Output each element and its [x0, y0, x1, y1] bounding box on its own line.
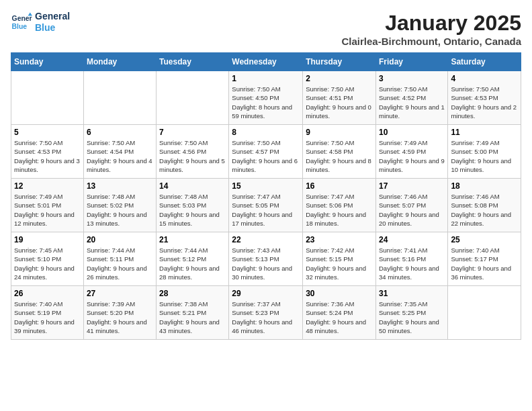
day-number: 18 [451, 181, 518, 191]
table-row: 9 Sunrise: 7:50 AM Sunset: 4:58 PM Dayli… [303, 125, 376, 179]
day-number: 16 [306, 181, 373, 191]
header-thursday: Thursday [303, 53, 376, 71]
day-number: 21 [159, 235, 226, 244]
svg-text:Blue: Blue [12, 22, 28, 30]
calendar-week-row: 5 Sunrise: 7:50 AM Sunset: 4:53 PM Dayli… [11, 125, 521, 179]
table-row: 14 Sunrise: 7:48 AM Sunset: 5:03 PM Dayl… [157, 179, 229, 232]
title-section: January 2025 Clairlea-Birchmount, Ontari… [341, 11, 521, 47]
table-row [448, 286, 521, 340]
logo-text-blue: Blue [35, 22, 70, 34]
day-number: 26 [14, 289, 81, 298]
day-detail: Sunrise: 7:47 AM Sunset: 5:05 PM Dayligh… [232, 192, 300, 228]
day-detail: Sunrise: 7:50 AM Sunset: 4:54 PM Dayligh… [87, 138, 153, 174]
calendar-title: January 2025 [341, 11, 521, 36]
day-number: 3 [379, 74, 445, 83]
day-number: 7 [159, 128, 226, 137]
table-row [83, 71, 156, 125]
day-number: 1 [232, 74, 300, 83]
table-row: 6 Sunrise: 7:50 AM Sunset: 4:54 PM Dayli… [83, 125, 156, 179]
header-saturday: Saturday [448, 53, 521, 71]
table-row: 24 Sunrise: 7:41 AM Sunset: 5:16 PM Dayl… [375, 232, 447, 286]
day-number: 8 [232, 128, 300, 137]
day-detail: Sunrise: 7:38 AM Sunset: 5:21 PM Dayligh… [159, 300, 226, 335]
table-row: 26 Sunrise: 7:40 AM Sunset: 5:19 PM Dayl… [11, 286, 84, 340]
day-detail: Sunrise: 7:43 AM Sunset: 5:13 PM Dayligh… [232, 246, 300, 281]
day-number: 2 [306, 74, 373, 83]
calendar-table: Sunday Monday Tuesday Wednesday Thursday… [11, 52, 521, 340]
logo-icon: General Blue [11, 11, 32, 33]
day-detail: Sunrise: 7:35 AM Sunset: 5:25 PM Dayligh… [379, 300, 445, 335]
day-detail: Sunrise: 7:42 AM Sunset: 5:15 PM Dayligh… [306, 246, 373, 281]
table-row: 30 Sunrise: 7:36 AM Sunset: 5:24 PM Dayl… [303, 286, 376, 340]
table-row: 11 Sunrise: 7:49 AM Sunset: 5:00 PM Dayl… [448, 125, 521, 179]
table-row: 27 Sunrise: 7:39 AM Sunset: 5:20 PM Dayl… [83, 286, 156, 340]
table-row: 29 Sunrise: 7:37 AM Sunset: 5:23 PM Dayl… [229, 286, 303, 340]
table-row: 1 Sunrise: 7:50 AM Sunset: 4:50 PM Dayli… [229, 71, 303, 125]
day-detail: Sunrise: 7:39 AM Sunset: 5:20 PM Dayligh… [87, 300, 153, 335]
table-row: 21 Sunrise: 7:44 AM Sunset: 5:12 PM Dayl… [157, 232, 229, 286]
table-row: 25 Sunrise: 7:40 AM Sunset: 5:17 PM Dayl… [448, 232, 521, 286]
day-detail: Sunrise: 7:50 AM Sunset: 4:50 PM Dayligh… [232, 85, 300, 120]
day-number: 9 [306, 128, 373, 137]
table-row: 31 Sunrise: 7:35 AM Sunset: 5:25 PM Dayl… [375, 286, 447, 340]
table-row: 16 Sunrise: 7:47 AM Sunset: 5:06 PM Dayl… [303, 179, 376, 232]
day-number: 4 [451, 74, 518, 83]
day-detail: Sunrise: 7:48 AM Sunset: 5:02 PM Dayligh… [87, 192, 153, 228]
day-detail: Sunrise: 7:44 AM Sunset: 5:12 PM Dayligh… [159, 246, 226, 281]
day-number: 25 [451, 235, 518, 244]
day-detail: Sunrise: 7:46 AM Sunset: 5:08 PM Dayligh… [451, 192, 518, 228]
table-row: 12 Sunrise: 7:49 AM Sunset: 5:01 PM Dayl… [11, 179, 84, 232]
day-detail: Sunrise: 7:50 AM Sunset: 4:57 PM Dayligh… [232, 138, 300, 174]
table-row: 20 Sunrise: 7:44 AM Sunset: 5:11 PM Dayl… [83, 232, 156, 286]
table-row: 22 Sunrise: 7:43 AM Sunset: 5:13 PM Dayl… [229, 232, 303, 286]
table-row: 3 Sunrise: 7:50 AM Sunset: 4:52 PM Dayli… [375, 71, 447, 125]
calendar-week-row: 19 Sunrise: 7:45 AM Sunset: 5:10 PM Dayl… [11, 232, 521, 286]
table-row: 13 Sunrise: 7:48 AM Sunset: 5:02 PM Dayl… [83, 179, 156, 232]
table-row [11, 71, 84, 125]
day-detail: Sunrise: 7:49 AM Sunset: 5:00 PM Dayligh… [451, 138, 518, 174]
table-row: 5 Sunrise: 7:50 AM Sunset: 4:53 PM Dayli… [11, 125, 84, 179]
table-row: 28 Sunrise: 7:38 AM Sunset: 5:21 PM Dayl… [157, 286, 229, 340]
table-row: 15 Sunrise: 7:47 AM Sunset: 5:05 PM Dayl… [229, 179, 303, 232]
day-number: 13 [87, 181, 153, 191]
day-number: 12 [14, 181, 81, 191]
day-detail: Sunrise: 7:41 AM Sunset: 5:16 PM Dayligh… [379, 246, 445, 281]
day-detail: Sunrise: 7:36 AM Sunset: 5:24 PM Dayligh… [306, 300, 373, 335]
logo-text-general: General [35, 11, 70, 22]
table-row: 10 Sunrise: 7:49 AM Sunset: 4:59 PM Dayl… [375, 125, 447, 179]
day-number: 24 [379, 235, 445, 244]
day-detail: Sunrise: 7:40 AM Sunset: 5:17 PM Dayligh… [451, 246, 518, 281]
calendar-week-row: 12 Sunrise: 7:49 AM Sunset: 5:01 PM Dayl… [11, 179, 521, 232]
calendar-week-row: 26 Sunrise: 7:40 AM Sunset: 5:19 PM Dayl… [11, 286, 521, 340]
day-detail: Sunrise: 7:50 AM Sunset: 4:58 PM Dayligh… [306, 138, 373, 174]
day-number: 30 [306, 289, 373, 298]
day-number: 19 [14, 235, 81, 244]
day-detail: Sunrise: 7:40 AM Sunset: 5:19 PM Dayligh… [14, 300, 81, 335]
calendar-subtitle: Clairlea-Birchmount, Ontario, Canada [341, 36, 521, 47]
logo: General Blue General Blue [11, 11, 70, 34]
day-detail: Sunrise: 7:49 AM Sunset: 4:59 PM Dayligh… [379, 138, 445, 174]
day-detail: Sunrise: 7:50 AM Sunset: 4:53 PM Dayligh… [14, 138, 81, 174]
table-row [157, 71, 229, 125]
day-number: 17 [379, 181, 445, 191]
day-number: 6 [87, 128, 153, 137]
day-number: 27 [87, 289, 153, 298]
header-wednesday: Wednesday [229, 53, 303, 71]
svg-text:General: General [12, 15, 32, 22]
day-detail: Sunrise: 7:45 AM Sunset: 5:10 PM Dayligh… [14, 246, 81, 281]
header-friday: Friday [375, 53, 447, 71]
table-row: 2 Sunrise: 7:50 AM Sunset: 4:51 PM Dayli… [303, 71, 376, 125]
day-detail: Sunrise: 7:50 AM Sunset: 4:51 PM Dayligh… [306, 85, 373, 120]
day-number: 11 [451, 128, 518, 137]
table-row: 7 Sunrise: 7:50 AM Sunset: 4:56 PM Dayli… [157, 125, 229, 179]
weekday-header-row: Sunday Monday Tuesday Wednesday Thursday… [11, 53, 521, 71]
day-detail: Sunrise: 7:44 AM Sunset: 5:11 PM Dayligh… [87, 246, 153, 281]
calendar-week-row: 1 Sunrise: 7:50 AM Sunset: 4:50 PM Dayli… [11, 71, 521, 125]
day-detail: Sunrise: 7:50 AM Sunset: 4:56 PM Dayligh… [159, 138, 226, 174]
day-number: 28 [159, 289, 226, 298]
day-number: 29 [232, 289, 300, 298]
day-detail: Sunrise: 7:46 AM Sunset: 5:07 PM Dayligh… [379, 192, 445, 228]
table-row: 23 Sunrise: 7:42 AM Sunset: 5:15 PM Dayl… [303, 232, 376, 286]
table-row: 4 Sunrise: 7:50 AM Sunset: 4:53 PM Dayli… [448, 71, 521, 125]
day-number: 5 [14, 128, 81, 137]
